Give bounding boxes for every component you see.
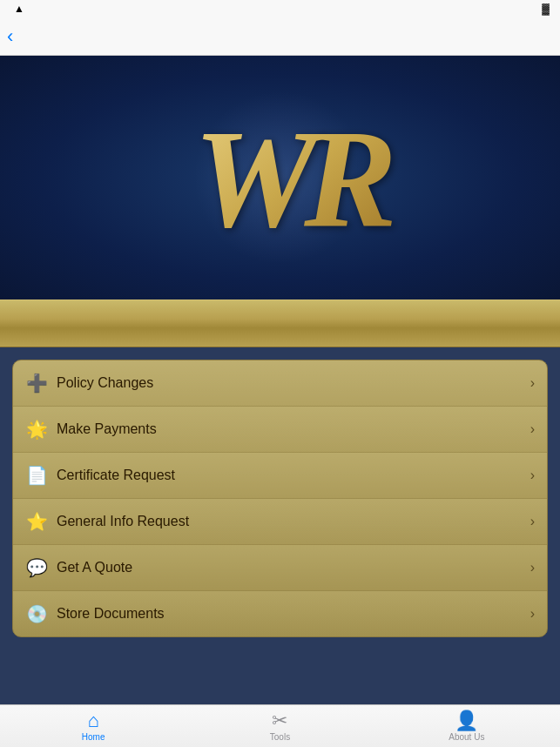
tab-tools-label: Tools bbox=[270, 732, 290, 742]
menu-item-make-payments[interactable]: 🌟 Make Payments › bbox=[13, 407, 547, 453]
menu-item-chevron: › bbox=[530, 468, 535, 483]
quote-icon: 💬 bbox=[25, 556, 48, 579]
disc-icon: 💿 bbox=[25, 602, 48, 625]
tab-home-icon: ⌂ bbox=[88, 711, 99, 730]
menu-item-chevron: › bbox=[530, 421, 535, 437]
menu-item-label: Make Payments bbox=[57, 421, 530, 437]
menu-item-label: Policy Changes bbox=[57, 375, 530, 391]
menu-item-general-info-request[interactable]: ⭐ General Info Request › bbox=[13, 499, 547, 545]
menu-item-label: Certificate Request bbox=[57, 468, 530, 483]
status-left: ▲ bbox=[10, 3, 24, 15]
tab-tools[interactable]: ✂ Tools bbox=[186, 705, 373, 747]
menu-item-label: Store Documents bbox=[57, 606, 530, 622]
hero-banner: WR bbox=[0, 56, 560, 299]
company-banner bbox=[0, 299, 560, 347]
svg-text:WR: WR bbox=[193, 102, 392, 257]
status-right: ▓ bbox=[542, 3, 550, 15]
menu-item-chevron: › bbox=[530, 514, 535, 529]
tab-about-us[interactable]: 👤 About Us bbox=[374, 705, 560, 747]
tab-about-us-label: About Us bbox=[449, 732, 484, 742]
tab-about-us-icon: 👤 bbox=[455, 711, 478, 730]
wifi-icon: ▲ bbox=[14, 3, 24, 15]
menu-item-chevron: › bbox=[530, 375, 535, 391]
menu-item-chevron: › bbox=[530, 560, 535, 575]
document-icon: 📄 bbox=[25, 464, 48, 487]
navigation-bar: ‹ bbox=[0, 17, 560, 56]
tab-tools-icon: ✂ bbox=[272, 711, 287, 730]
menu-item-store-documents[interactable]: 💿 Store Documents › bbox=[13, 591, 547, 636]
menu-list: ➕ Policy Changes › 🌟 Make Payments › 📄 C… bbox=[12, 360, 548, 637]
company-logo: WR bbox=[185, 91, 376, 264]
menu-item-label: Get A Quote bbox=[57, 560, 530, 575]
menu-item-label: General Info Request bbox=[57, 514, 530, 529]
star-icon: ⭐ bbox=[25, 510, 48, 533]
sun-star-icon: 🌟 bbox=[25, 418, 48, 441]
back-button[interactable]: ‹ bbox=[7, 27, 15, 46]
tab-home-label: Home bbox=[82, 732, 105, 742]
tab-home[interactable]: ⌂ Home bbox=[0, 705, 186, 747]
battery-icon: ▓ bbox=[542, 3, 550, 15]
menu-item-certificate-request[interactable]: 📄 Certificate Request › bbox=[13, 453, 547, 499]
status-bar: ▲ ▓ bbox=[0, 0, 560, 17]
tab-bar: ⌂ Home ✂ Tools 👤 About Us bbox=[0, 704, 560, 747]
plus-circle-icon: ➕ bbox=[25, 372, 48, 394]
menu-item-chevron: › bbox=[530, 606, 535, 622]
back-chevron-icon: ‹ bbox=[7, 27, 13, 46]
menu-item-get-a-quote[interactable]: 💬 Get A Quote › bbox=[13, 545, 547, 591]
menu-item-policy-changes[interactable]: ➕ Policy Changes › bbox=[13, 360, 547, 407]
main-content: ➕ Policy Changes › 🌟 Make Payments › 📄 C… bbox=[0, 347, 560, 747]
